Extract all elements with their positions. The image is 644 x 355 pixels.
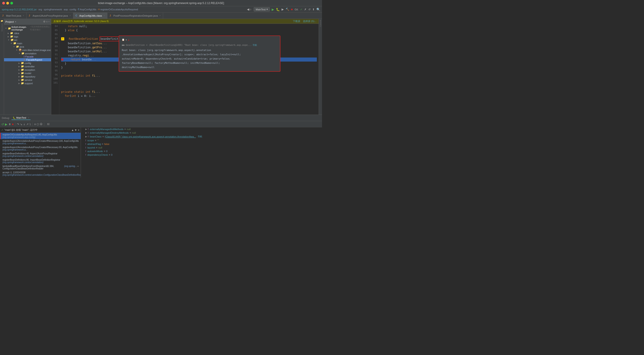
tab-maintest-close[interactable]: × <box>23 14 24 17</box>
resume-button[interactable]: ▶ <box>5 122 8 126</box>
tab-aopconfig[interactable]: C AopConfigUtils.class × <box>73 12 108 19</box>
f-icon-1: f <box>88 128 88 130</box>
tree-annotation[interactable]: ▼ 📁 annotation <box>4 52 51 55</box>
choose-source-link[interactable]: 选择源 (S)... <box>303 20 316 23</box>
frame-1[interactable]: registerAspectJAnnotationAutoProxyCreato… <box>0 139 81 145</box>
bc-class[interactable]: AopConfigUtils <box>80 8 96 11</box>
stop-button[interactable]: ■ <box>291 8 293 11</box>
bc-config[interactable]: config <box>70 8 76 11</box>
frame-2[interactable]: registerAspectJAnnotationAutoProxyCreato… <box>0 145 81 152</box>
dropdown-arrow[interactable]: ▾ <box>15 21 16 23</box>
tree-exception[interactable]: ▶ 📁 exception <box>4 68 51 72</box>
frame-3[interactable]: registerBeanDefinitions:45, AspectJAutoP… <box>0 152 81 158</box>
tree-support[interactable]: ▶ 📁 support <box>4 82 51 85</box>
bc-aop[interactable]: aop <box>64 8 68 11</box>
tooltip-nav-back[interactable]: ◀ <box>126 38 127 42</box>
nav-icon-3[interactable]: 导航 <box>198 135 202 138</box>
tab-aopconfig-close[interactable]: × <box>104 14 105 17</box>
maximize-button[interactable] <box>10 2 13 4</box>
frame-5[interactable]: lambda$loadBeanDefinitionsFromRegistrars… <box>0 164 81 170</box>
hide-icon[interactable]: − <box>48 20 50 23</box>
run-config[interactable]: MainTest ▾ <box>254 7 270 12</box>
var-name-3: beanClass <box>90 135 102 138</box>
tooltip-copy-icon[interactable]: 📋 <box>122 38 124 42</box>
tree-logs[interactable]: ▶ 📁 logs <box>4 35 51 38</box>
structure-icon[interactable]: Structure <box>1 23 3 32</box>
tree-controller[interactable]: ▶ 📁 controller <box>4 65 51 68</box>
class-file-icon: C <box>76 14 78 17</box>
project-icon[interactable]: 📁 <box>1 20 3 22</box>
debug-tab-maintest[interactable]: 🐛 MainTest × <box>12 116 30 120</box>
tree-src[interactable]: ▼ 📁 src <box>4 38 51 42</box>
code-editor[interactable]: 84 85 86 87 88 89 90 91 92 93 94 95 96 1… <box>51 24 319 114</box>
tree-config[interactable]: ▶ 📁 config <box>4 61 51 65</box>
step-over-button[interactable]: ↷ <box>17 123 19 126</box>
run-coverage-button[interactable]: ▶ <box>282 8 284 11</box>
var-val-3[interactable]: {Class@1449} "class org.springframework.… <box>105 135 196 138</box>
run-to-cursor-button[interactable]: ⤵ <box>30 123 31 126</box>
debug-tab-close[interactable]: × <box>28 116 29 119</box>
f-icon-6: f <box>86 146 86 149</box>
tree-service[interactable]: ▶ 📁 service <box>4 78 51 82</box>
minimize-button[interactable] <box>6 2 9 4</box>
git-push[interactable]: ⬆ <box>312 8 314 11</box>
stop-debug-button[interactable]: ■ <box>12 123 14 126</box>
tab-aspectj-close[interactable]: × <box>70 14 71 17</box>
nav-forward[interactable]: ▶ <box>250 8 252 11</box>
pause-button[interactable]: ⏸ <box>8 123 11 126</box>
git-check[interactable]: ✓ <box>300 8 302 11</box>
frame-6[interactable]: accept:-1, 1103243338 {org.springframewo… <box>0 170 81 177</box>
tree-model[interactable]: ▶ 📁 model <box>4 72 51 75</box>
thread-up[interactable]: ▲ <box>71 128 74 132</box>
bc-method[interactable]: registerOrEscalateApcAsRequired <box>100 8 138 11</box>
tree-package[interactable]: ▼ 📦 com.lilian.ticket.image.exchange <box>4 48 51 52</box>
git-refresh[interactable]: ↺ <box>308 8 310 11</box>
nav-back[interactable]: ◀ <box>247 8 249 11</box>
download-source-link[interactable]: 下载源 <box>293 20 300 23</box>
thread-dropdown-arrow[interactable]: ▾ <box>78 128 79 132</box>
nav-link[interactable]: 导航 <box>252 43 257 47</box>
f-icon-3: f <box>88 136 88 138</box>
tree-repository[interactable]: ▶ 📁 repository <box>4 75 51 78</box>
frame-6-method: accept:-1, 1103243338 <box>2 171 26 174</box>
run-button[interactable]: ▶ <box>272 8 274 11</box>
force-step-into-button[interactable]: ⇣ <box>23 123 26 126</box>
tree-idea[interactable]: ▶ 📁 .idea <box>4 32 51 35</box>
frame-0[interactable]: registerOrEscalateApcAsRequired:140, Aop… <box>0 133 81 139</box>
bc-jar[interactable]: spring-aop-5.2.12.RELEASE.jar <box>2 8 37 11</box>
breakpoints-button[interactable]: ⬡ <box>37 123 39 126</box>
tab-postprocessor-close[interactable]: × <box>159 14 161 17</box>
step-into-button[interactable]: ↘ <box>20 123 22 126</box>
vars-panel: ▶ f externallyManagedInitMethods = null … <box>81 128 322 178</box>
var-name-4: scope <box>88 139 94 142</box>
tree-java[interactable]: ▼ 📁 java <box>4 45 51 48</box>
git-x[interactable]: ✗ <box>304 8 306 11</box>
tree-root[interactable]: ▼ 📁 ticket-image-exchange ~/北京利联科技有限公司/盛… <box>4 25 51 32</box>
tab-postprocessor[interactable]: J PostProcessorRegistrationDelegate.java… <box>108 12 163 19</box>
commit-label[interactable]: Commit <box>319 20 322 27</box>
thread-down[interactable]: ▼ <box>74 128 77 132</box>
bc-springframework[interactable]: springframework <box>44 8 62 11</box>
tab-aspectj[interactable]: J AspectJAutoProxyRegistrar.java × <box>26 12 73 19</box>
mute-breakpoints-button[interactable]: ⦿ <box>40 123 42 126</box>
tree-facadeaspect[interactable]: C FacadeAspect <box>4 58 51 61</box>
close-button[interactable] <box>2 2 5 4</box>
tree-main[interactable]: ▼ 📁 main <box>4 42 51 45</box>
frame-7[interactable]: forEach:684, LinkedHashMap {java.util} <box>0 177 81 178</box>
frame-5-icon: ∞ <box>77 165 79 168</box>
thread-dropdown[interactable]: ✓ "main"@1 在组 "main": 运行中 ▲ ▼ ▾ <box>0 128 81 133</box>
rerun-button[interactable]: ↺ <box>1 122 4 126</box>
search-everywhere-button[interactable]: 🔍 <box>316 8 320 11</box>
java-file-icon-2: J <box>29 14 32 17</box>
expand-icon[interactable]: ≡ <box>46 20 48 23</box>
build-button[interactable]: 🔨 <box>286 8 289 11</box>
frame-4[interactable]: registerBeanDefinitions:86, ImportBeanDe… <box>0 158 81 164</box>
frames-label: 帧 <box>46 122 51 126</box>
settings-icon[interactable]: ⚙ <box>43 20 46 23</box>
eval-button[interactable]: ≡ <box>34 123 36 126</box>
debug-run-button[interactable]: 🐛 <box>276 8 280 11</box>
step-out-button[interactable]: ↗ <box>26 123 28 126</box>
tree-facade[interactable]: I Facade <box>4 55 51 58</box>
tab-maintest[interactable]: J MainTest.java × <box>0 12 26 19</box>
bc-org[interactable]: org <box>38 8 42 11</box>
